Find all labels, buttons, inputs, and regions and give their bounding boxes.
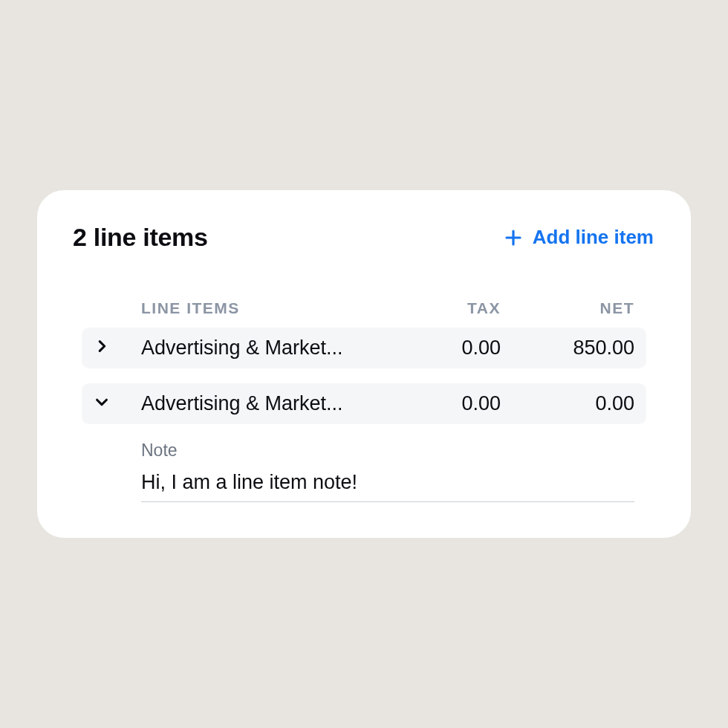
chevron-right-icon[interactable] (94, 338, 110, 354)
add-line-item-button[interactable]: Add line item (503, 223, 655, 252)
table-row: Advertising & Market... 0.00 0.00 Note (82, 383, 646, 502)
line-item-row[interactable]: Advertising & Market... 0.00 850.00 (82, 328, 646, 368)
chevron-down-icon[interactable] (94, 394, 110, 410)
line-item-note-block: Note (82, 424, 646, 502)
line-items-table: LINE ITEMS TAX NET Advertising & Market.… (73, 299, 655, 502)
line-items-card: 2 line items Add line item LINE ITEMS TA… (37, 190, 691, 538)
table-header-row: LINE ITEMS TAX NET (82, 299, 646, 328)
line-item-tax: 0.00 (397, 337, 501, 360)
line-item-name: Advertising & Market... (141, 337, 397, 360)
plus-icon (504, 229, 522, 247)
line-item-tax: 0.00 (397, 392, 501, 415)
note-input[interactable] (141, 468, 634, 502)
card-header: 2 line items Add line item (73, 223, 655, 252)
line-item-row[interactable]: Advertising & Market... 0.00 0.00 (82, 383, 646, 424)
col-header-items: LINE ITEMS (141, 299, 397, 317)
line-item-name: Advertising & Market... (141, 392, 397, 415)
line-item-net: 0.00 (501, 392, 634, 415)
note-label: Note (141, 441, 634, 461)
line-item-net: 850.00 (501, 337, 634, 360)
card-title: 2 line items (73, 223, 208, 252)
col-header-tax: TAX (397, 299, 501, 317)
table-row: Advertising & Market... 0.00 850.00 (82, 328, 646, 368)
col-header-net: NET (501, 299, 634, 317)
add-line-item-label: Add line item (533, 226, 654, 249)
